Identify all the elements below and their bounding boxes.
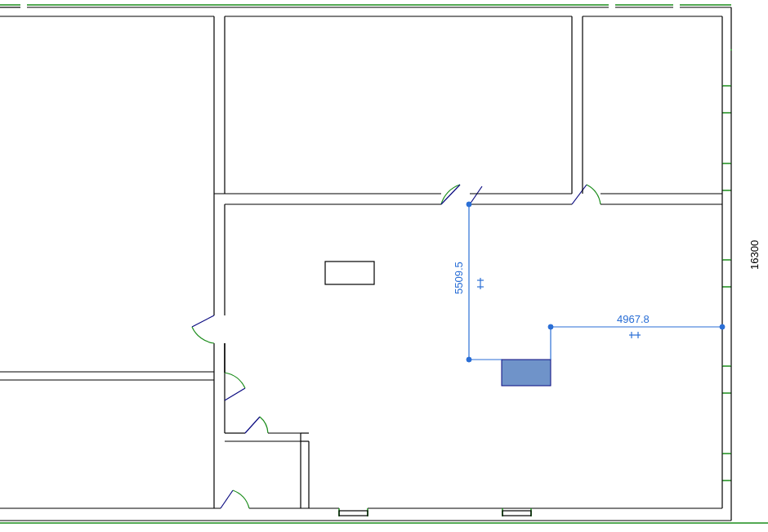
svg-line-67 xyxy=(225,388,245,400)
svg-point-95 xyxy=(467,202,471,207)
svg-rect-55 xyxy=(339,511,368,516)
svg-line-72 xyxy=(245,417,260,433)
door-bottom-left[interactable] xyxy=(221,490,249,508)
svg-line-83 xyxy=(441,185,460,204)
svg-line-86 xyxy=(572,185,587,204)
svg-point-103 xyxy=(720,324,725,329)
door-upper-mid[interactable] xyxy=(441,185,482,204)
door-upper-right[interactable] xyxy=(572,185,601,204)
dimension-grip-icon[interactable] xyxy=(477,278,484,289)
selected-furniture[interactable] xyxy=(502,360,551,386)
svg-line-65 xyxy=(192,315,214,327)
door-left-mid[interactable] xyxy=(192,315,214,343)
axis-dimension-right: 16300 xyxy=(748,240,761,270)
svg-rect-93 xyxy=(502,360,551,386)
svg-line-79 xyxy=(221,490,233,508)
dimension-label-horizontal[interactable]: 4967.8 xyxy=(617,313,650,325)
door-left-lower[interactable] xyxy=(225,343,245,400)
dimension-grip-icon[interactable] xyxy=(629,332,641,338)
temp-dimension-horizontal[interactable]: 4967.8 xyxy=(548,313,725,360)
dimension-label-vertical[interactable]: 5509.5 xyxy=(453,262,465,294)
svg-rect-58 xyxy=(502,511,531,516)
door-small-room[interactable] xyxy=(245,417,268,433)
temp-dimension-vertical[interactable]: 5509.5 xyxy=(453,202,502,362)
floorplan-canvas[interactable]: 5509.5 4967.8 16300 xyxy=(0,0,768,532)
svg-line-82 xyxy=(470,186,482,204)
furniture-desk[interactable] xyxy=(325,262,374,284)
floorplan-svg[interactable]: 5509.5 4967.8 16300 xyxy=(0,0,768,532)
